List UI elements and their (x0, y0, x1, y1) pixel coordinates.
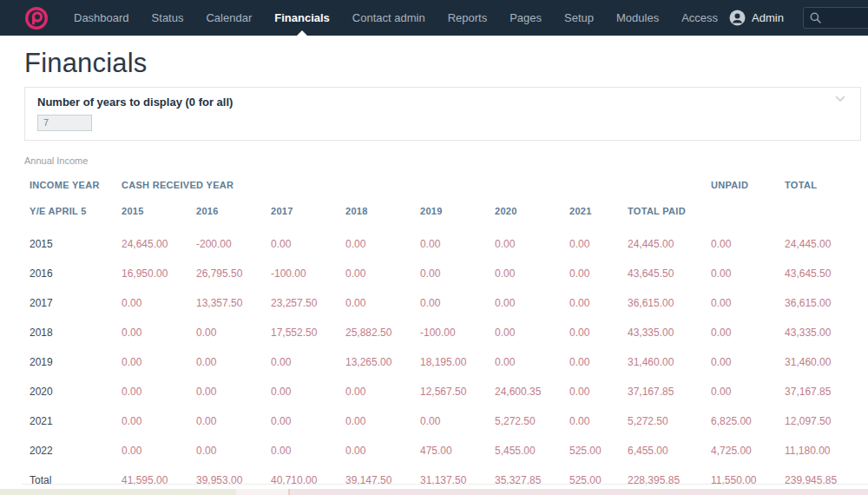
table-cell: 13,357.50 (191, 288, 266, 318)
table-cell: 24,600.35 (490, 377, 564, 406)
col-header-total: TOTAL (779, 171, 849, 197)
table-cell: 0.00 (490, 288, 564, 318)
brand-logo[interactable] (24, 6, 49, 30)
table-cell: 0.00 (116, 347, 191, 377)
table-caption: Annual Income (24, 155, 868, 166)
table-cell: 0.00 (490, 318, 564, 347)
sub-header-2020: 2020 (490, 197, 564, 229)
table-cell: 0.00 (706, 318, 779, 347)
table-row-2015: 201524,645.00-200.000.000.000.000.000.00… (24, 229, 849, 259)
sub-header-2017: 2017 (266, 197, 340, 229)
sub-header-2019: 2019 (415, 197, 490, 229)
sub-header-2015: 2015 (116, 197, 191, 229)
row-label: 2019 (24, 347, 116, 377)
nav-item-status[interactable]: Status (141, 0, 195, 36)
table-cell: 12,097.50 (779, 406, 849, 436)
table-cell: 0.00 (564, 377, 622, 406)
nav-item-modules[interactable]: Modules (605, 0, 670, 36)
table-cell: 36,615.00 (622, 288, 706, 318)
user-avatar-icon (729, 10, 746, 26)
table-cell: -100.00 (415, 318, 490, 347)
row-label: 2021 (24, 406, 116, 436)
top-navbar: DashboardStatusCalendarFinancialsContact… (0, 0, 868, 36)
table-cell: 0.00 (706, 377, 779, 406)
nav-item-financials[interactable]: Financials (263, 0, 341, 36)
table-row-2017: 20170.0013,357.5023,257.500.000.000.000.… (24, 288, 849, 318)
table-cell: 0.00 (564, 288, 622, 318)
table-cell: 0.00 (191, 318, 266, 347)
table-cell: 43,645.50 (622, 259, 706, 288)
chevron-down-icon[interactable] (835, 96, 845, 102)
table-cell: 37,167.85 (779, 377, 849, 406)
table-cell: 0.00 (116, 318, 191, 347)
nav-item-contact-admin[interactable]: Contact admin (341, 0, 437, 36)
col-header-income-year: INCOME YEAR (24, 171, 116, 197)
years-to-display-input[interactable] (37, 115, 92, 131)
table-cell: 0.00 (116, 406, 191, 436)
table-cell: 11,180.00 (779, 436, 849, 465)
table-cell: 0.00 (706, 259, 779, 288)
filter-label: Number of years to display (0 for all) (37, 96, 848, 109)
table-cell: -100.00 (266, 259, 340, 288)
table-cell: 0.00 (490, 347, 564, 377)
table-cell: 31,460.00 (779, 347, 849, 377)
table-row-2022: 20220.000.000.000.00475.005,455.00525.00… (24, 436, 849, 465)
table-cell: 0.00 (191, 406, 266, 436)
table-cell: 43,645.50 (779, 259, 849, 288)
nav-item-pages[interactable]: Pages (498, 0, 553, 36)
table-cell: 6,455.00 (622, 436, 706, 465)
table-cell: 18,195.00 (415, 347, 490, 377)
table-cell: 25,882.50 (340, 318, 415, 347)
table-cell: 0.00 (564, 259, 622, 288)
table-cell: 26,795.50 (191, 259, 266, 288)
table-cell: 37,167.85 (622, 377, 706, 406)
nav-item-access[interactable]: Access (670, 0, 729, 36)
row-label: 2017 (24, 288, 116, 318)
table-cell: 0.00 (266, 347, 340, 377)
preview-segment (236, 489, 288, 495)
table-cell: 0.00 (266, 406, 340, 436)
sub-header-2016: 2016 (191, 197, 266, 229)
search-icon (810, 12, 821, 23)
nav-item-reports[interactable]: Reports (437, 0, 499, 36)
table-row-2021: 20210.000.000.000.000.005,272.500.005,27… (24, 406, 849, 436)
table-cell: 0.00 (340, 288, 415, 318)
next-section-preview (0, 489, 868, 495)
table-cell: 0.00 (340, 229, 415, 259)
table-row-2020: 20200.000.000.000.0012,567.5024,600.350.… (24, 377, 849, 406)
sub-header-2021: 2021 (564, 197, 622, 229)
table-cell: 5,272.50 (622, 406, 706, 436)
row-label: 2015 (24, 229, 116, 259)
table-cell: 0.00 (490, 259, 564, 288)
table-cell: 475.00 (415, 436, 490, 465)
user-menu[interactable]: Admin (729, 10, 784, 26)
page-title: Financials (24, 49, 868, 78)
nav-item-calendar[interactable]: Calendar (194, 0, 263, 36)
table-cell: 0.00 (564, 229, 622, 259)
nav-item-setup[interactable]: Setup (553, 0, 605, 36)
table-cell: 0.00 (706, 229, 779, 259)
search-input[interactable] (826, 12, 868, 24)
sub-header-empty (706, 197, 779, 229)
table-cell: 0.00 (564, 318, 622, 347)
table-cell: 24,645.00 (116, 229, 191, 259)
table-cell: 0.00 (706, 347, 779, 377)
table-cell: 16,950.00 (116, 259, 191, 288)
table-cell: -200.00 (191, 229, 266, 259)
table-cell: 0.00 (116, 288, 191, 318)
user-label: Admin (752, 11, 784, 24)
table-cell: 0.00 (340, 377, 415, 406)
col-header-cash-received-year: CASH RECEIVED YEAR (116, 171, 706, 197)
table-cell: 0.00 (415, 406, 490, 436)
table-cell: 0.00 (564, 406, 622, 436)
nav-item-dashboard[interactable]: Dashboard (62, 0, 141, 36)
sub-header-y-e-april-5: Y/E APRIL 5 (24, 197, 116, 229)
table-cell: 0.00 (116, 377, 191, 406)
group-header-row: INCOME YEAR CASH RECEIVED YEAR UNPAID TO… (24, 171, 849, 197)
table-cell: 0.00 (415, 229, 490, 259)
row-label: 2020 (24, 377, 116, 406)
table-cell: 43,335.00 (779, 318, 849, 347)
table-cell: 0.00 (266, 229, 340, 259)
table-row-2016: 201616,950.0026,795.50-100.000.000.000.0… (24, 259, 849, 288)
row-label: 2016 (24, 259, 116, 288)
